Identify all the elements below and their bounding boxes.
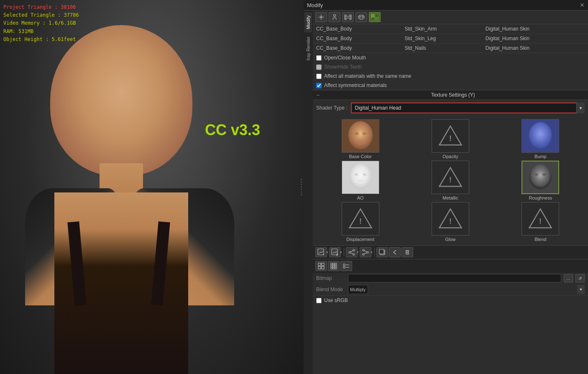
glow-preview-svg: !: [432, 202, 469, 236]
svg-rect-70: [318, 266, 321, 269]
btn-share[interactable]: [346, 247, 358, 257]
texture-label-base-color: Base Color: [349, 154, 371, 159]
bottom-toolbar-row2: [313, 259, 588, 273]
texture-label-glow: Glow: [445, 237, 455, 242]
svg-point-55: [353, 254, 355, 255]
svg-rect-72: [331, 263, 332, 265]
hud-video-memory: Video Memory : 1.6/6.1GB: [3, 19, 79, 27]
material-row-leg[interactable]: CC_Base_Body Std_Skin_Leg Digital_Human …: [313, 34, 588, 44]
btn-copy[interactable]: [376, 247, 388, 257]
shader-type-select[interactable]: Digital_Human Head: [351, 102, 585, 113]
material-row-arm[interactable]: CC_Base_Body Std_Skin_Arm Digital_Human …: [313, 24, 588, 34]
close-button[interactable]: ✕: [580, 2, 585, 8]
panel-container: Modify Iray Render: [304, 10, 588, 374]
show-hide-teeth-row: Show/Hide Teeth: [313, 62, 588, 72]
bitmap-browse-button[interactable]: …: [564, 274, 573, 282]
svg-rect-81: [343, 264, 345, 266]
material-row-nails[interactable]: CC_Base_Body Std_Nails Digital_Human Ski…: [313, 44, 588, 53]
use-srgb-row: Use sRGB: [313, 295, 588, 305]
affect-same-name-checkbox[interactable]: [316, 74, 322, 79]
svg-rect-65: [406, 251, 409, 254]
roughness-preview-svg: [522, 161, 558, 194]
drag-dot: [301, 184, 302, 185]
btn-receive[interactable]: [360, 247, 371, 257]
svg-rect-75: [331, 265, 332, 267]
svg-rect-17: [375, 18, 378, 20]
btn-delete[interactable]: [401, 247, 413, 257]
open-close-mouth-label: Open/Close Mouth: [324, 55, 366, 61]
texture-label-opacity: Opacity: [442, 154, 458, 159]
svg-point-60: [363, 254, 364, 255]
texture-item-displacement[interactable]: ! Displacement: [316, 202, 404, 242]
shader-select-wrapper: Digital_Human Head ▼: [351, 102, 585, 113]
drag-handle[interactable]: [299, 177, 304, 197]
texture-item-blend[interactable]: ! Blend: [496, 202, 585, 242]
btn-back[interactable]: [389, 247, 401, 257]
affect-symmetrical-label: Affect symmetrical materials: [324, 82, 387, 88]
show-hide-teeth-checkbox[interactable]: [316, 64, 322, 70]
svg-rect-73: [333, 263, 335, 265]
show-hide-teeth-label: Show/Hide Teeth: [324, 64, 362, 70]
svg-point-22: [357, 139, 364, 143]
texture-thumb-ao: [342, 161, 379, 194]
mat-shader-2: Digital_Human Skin: [482, 34, 588, 44]
toolbar-icon-bone[interactable]: [342, 12, 354, 22]
texture-label-bump: Bump: [534, 154, 547, 159]
texture-item-bump[interactable]: Bump: [496, 119, 585, 159]
texture-item-ao[interactable]: AO: [316, 161, 404, 200]
texture-item-opacity[interactable]: ! Opacity: [406, 119, 494, 159]
btn-grid-large[interactable]: [315, 261, 327, 271]
bitmap-input[interactable]: [348, 274, 561, 282]
drag-dot: [301, 194, 302, 195]
svg-marker-50: [323, 254, 324, 255]
toolbar-icon-material[interactable]: [369, 12, 381, 22]
texture-thumb-roughness: [522, 161, 559, 194]
blend-mode-label: Blend Mode: [316, 287, 345, 292]
blend-mode-select[interactable]: Multiply: [348, 285, 368, 294]
opacity-preview-svg: !: [432, 119, 469, 153]
svg-rect-6: [345, 16, 351, 18]
btn-grid-medium[interactable]: [328, 261, 340, 271]
svg-point-39: [543, 173, 547, 176]
svg-rect-64: [379, 249, 384, 254]
texture-item-glow[interactable]: ! Glow: [406, 202, 494, 242]
svg-rect-80: [335, 267, 337, 269]
svg-text:!: !: [539, 217, 542, 225]
svg-point-5: [334, 15, 336, 17]
toolbar-icon-figure[interactable]: [329, 12, 340, 22]
svg-text:!: !: [359, 217, 362, 225]
btn-list-view[interactable]: [340, 261, 352, 271]
svg-point-27: [529, 122, 552, 149]
affect-symmetrical-checkbox[interactable]: [316, 83, 322, 88]
svg-rect-16: [371, 18, 374, 20]
use-srgb-checkbox[interactable]: [316, 298, 322, 303]
svg-point-30: [354, 173, 358, 176]
svg-point-37: [529, 164, 552, 190]
open-close-mouth-checkbox[interactable]: [316, 55, 322, 61]
tab-modify[interactable]: Modify: [304, 12, 312, 32]
texture-item-metallic[interactable]: ! Metallic: [406, 161, 494, 200]
toolbar-icon-morph[interactable]: [355, 12, 367, 22]
bottom-toolbar-row1: ▾ ▾ ▾ ▾: [313, 245, 588, 259]
svg-point-9: [345, 18, 346, 20]
svg-point-38: [534, 173, 538, 176]
affect-same-name-row: Affect all materials with the same name: [313, 72, 588, 81]
btn-export-image[interactable]: [329, 247, 341, 257]
texture-item-base-color[interactable]: Base Color: [316, 119, 404, 159]
svg-line-62: [364, 253, 367, 254]
btn-import-image[interactable]: [315, 247, 327, 257]
svg-rect-76: [333, 265, 335, 267]
svg-point-32: [357, 179, 364, 182]
svg-point-54: [349, 251, 350, 253]
section-collapse-button[interactable]: −: [316, 92, 320, 98]
drag-dot: [301, 187, 302, 188]
texture-item-roughness[interactable]: Roughness: [496, 161, 585, 200]
svg-point-0: [320, 16, 322, 18]
mat-skin-arm: Std_Skin_Arm: [401, 24, 482, 34]
svg-rect-14: [371, 14, 374, 17]
toolbar-icon-settings[interactable]: [315, 12, 327, 22]
bitmap-reset-button[interactable]: ↺: [575, 274, 585, 282]
materials-table: CC_Base_Body Std_Skin_Arm Digital_Human …: [313, 24, 588, 53]
separator-2: [374, 248, 375, 256]
tab-iray-render[interactable]: Iray Render: [304, 33, 312, 64]
